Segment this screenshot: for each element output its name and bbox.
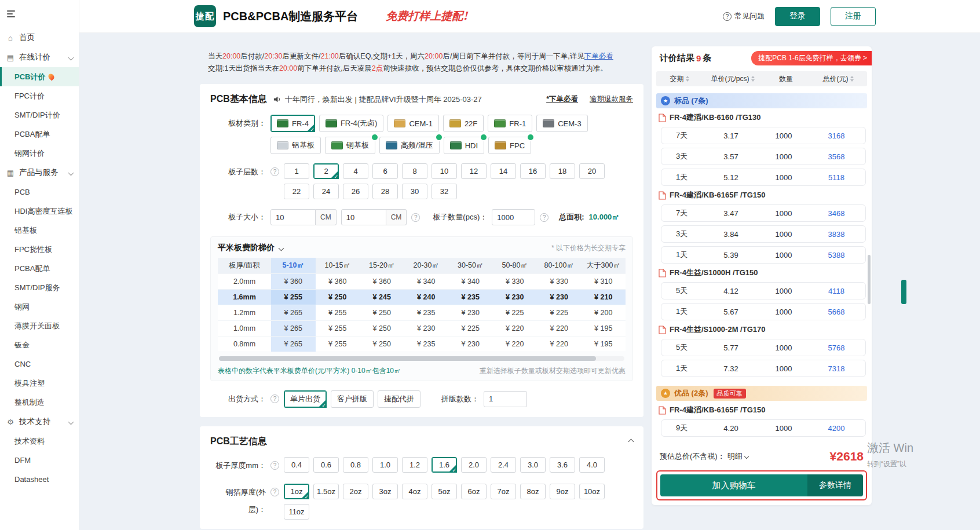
copper-help-icon[interactable]: ? [270,488,279,496]
price-row[interactable]: 9天4.2010004200 [661,419,866,437]
copper-option-1oz[interactable]: 1oz [284,484,309,499]
sidebar-item-钣金[interactable]: 钣金 [0,335,79,354]
price-row[interactable]: 1天5.1210005118 [661,169,866,186]
copper-option-3oz[interactable]: 3oz [372,484,398,499]
results-col-3[interactable]: 总价(元) [809,74,867,84]
layer-option-2[interactable]: 2 [313,163,339,179]
menu-toggle-icon[interactable] [0,0,79,28]
must-read-link[interactable]: *下单必看 [546,94,578,104]
layer-option-12[interactable]: 12 [461,163,487,179]
layer-option-20[interactable]: 20 [579,163,605,179]
sidebar-item-FPC挠性板[interactable]: FPC挠性板 [0,240,79,259]
panel-count-input[interactable] [484,391,527,407]
thickness-option-0.6[interactable]: 0.6 [313,457,339,473]
layer-option-26[interactable]: 26 [343,184,368,199]
order-guide-link[interactable]: 下单必看 [584,52,613,60]
shipping-option-捷配代拼[interactable]: 捷配代拼 [378,390,420,408]
thickness-option-1.6[interactable]: 1.6 [432,457,457,473]
material-option-CEM-1[interactable]: CEM-1 [387,115,438,132]
material-option-HDI[interactable]: HDI [444,137,484,154]
results-col-1[interactable]: 单价(元/pcs) [703,74,763,84]
sidebar-item-钢网计价[interactable]: 钢网计价 [0,144,79,163]
sidebar-item-技术资料[interactable]: 技术资料 [0,432,79,451]
qty-help-icon[interactable]: ? [540,213,548,222]
coupon-promo-banner[interactable]: 捷配PCB 1-6层免费打样，去领券 > [751,51,872,65]
price-row[interactable]: 7天3.1710003168 [661,127,866,144]
copper-option-7oz[interactable]: 7oz [491,484,516,499]
sidebar-item-DFM[interactable]: DFM [0,451,79,470]
layer-option-22[interactable]: 22 [284,184,309,199]
material-option-FR-4(无卤)[interactable]: FR-4(无卤) [319,115,384,132]
copper-option-6oz[interactable]: 6oz [461,484,487,499]
price-row[interactable]: 3天3.5710003568 [661,148,866,165]
thickness-option-1.0[interactable]: 1.0 [372,457,398,473]
material-option-铜基板[interactable]: 铜基板 [325,137,375,154]
layer-option-16[interactable]: 16 [520,163,546,179]
login-button[interactable]: 登录 [775,7,820,26]
sidebar-item-整机制造[interactable]: 整机制造 [0,393,79,412]
thickness-option-2.0[interactable]: 2.0 [461,457,487,473]
thickness-option-3.6[interactable]: 3.6 [550,457,575,473]
price-row[interactable]: 7天3.4710003468 [661,204,866,222]
add-to-cart-button[interactable]: 加入购物车 [660,474,807,496]
param-detail-button[interactable]: 参数详情 [807,474,863,496]
layer-option-6[interactable]: 6 [372,163,398,179]
layer-option-4[interactable]: 4 [343,163,368,179]
jiepei-logo[interactable]: 捷配 [194,5,216,27]
floating-widget-tab[interactable] [901,280,906,304]
sidebar-item-Datasheet[interactable]: Datasheet [0,470,79,489]
detail-toggle[interactable]: 明细 [727,451,748,462]
copper-option-9oz[interactable]: 9oz [550,484,575,499]
copper-option-1.5oz[interactable]: 1.5oz [313,484,339,499]
qty-input[interactable] [492,209,535,225]
layer-option-1[interactable]: 1 [284,163,309,179]
thickness-option-0.8[interactable]: 0.8 [343,457,368,473]
copper-option-2oz[interactable]: 2oz [343,484,368,499]
layer-option-32[interactable]: 32 [432,184,457,199]
thickness-option-0.4[interactable]: 0.4 [284,457,309,473]
announcement-link[interactable]: 十年同行，焕新出发 | 捷配品牌VI升级暨十周年 2025-03-27 [273,94,482,105]
sidebar-item-SMT/DIP服务[interactable]: SMT/DIP服务 [0,278,79,297]
copper-option-11oz[interactable]: 11oz [284,504,309,520]
layer-option-24[interactable]: 24 [313,184,339,199]
material-option-高频/混压[interactable]: 高频/混压 [379,137,440,154]
sidebar-item-HDI高密度互连板[interactable]: HDI高密度互连板 [0,202,79,221]
layer-option-18[interactable]: 18 [550,163,575,179]
layer-option-10[interactable]: 10 [432,163,457,179]
copper-option-10oz[interactable]: 10oz [579,484,605,499]
material-option-CEM-3[interactable]: CEM-3 [536,115,587,132]
sidebar-item-PCBA配单[interactable]: PCBA配单 [0,125,79,144]
register-button[interactable]: 注册 [831,7,876,26]
layer-option-30[interactable]: 30 [402,184,427,199]
shipping-option-单片出货[interactable]: 单片出货 [284,390,327,408]
price-row[interactable]: 5天4.1210004118 [661,282,866,299]
copper-option-4oz[interactable]: 4oz [402,484,427,499]
layer-option-8[interactable]: 8 [402,163,427,179]
sidebar-item-products-services[interactable]: ▦产品与服务 [0,163,79,182]
material-option-FPC[interactable]: FPC [488,137,531,154]
results-vscroll-thumb[interactable] [868,255,871,304]
material-option-FR-1[interactable]: FR-1 [488,115,532,132]
shipping-option-客户拼版[interactable]: 客户拼版 [331,390,374,408]
size-width-input[interactable] [270,209,316,225]
layer-option-28[interactable]: 28 [372,184,398,199]
sidebar-item-PCB计价[interactable]: PCB计价 [0,67,79,86]
layers-help-icon[interactable]: ? [270,167,279,176]
material-option-FR-4[interactable]: FR-4 [270,115,315,132]
results-col-0[interactable]: 交期 [656,74,703,84]
sidebar-item-薄膜开关面板[interactable]: 薄膜开关面板 [0,316,79,335]
process-collapse-icon[interactable] [628,438,634,444]
refund-service-link[interactable]: 逾期退款服务 [590,94,633,104]
sidebar-item-PCB[interactable]: PCB [0,182,79,202]
thickness-option-4.0[interactable]: 4.0 [579,457,605,473]
copper-option-8oz[interactable]: 8oz [520,484,546,499]
thickness-help-icon[interactable]: ? [270,461,279,470]
price-row[interactable]: 5天5.7710005768 [661,339,866,356]
sidebar-item-铝基板[interactable]: 铝基板 [0,221,79,240]
thickness-option-3.0[interactable]: 3.0 [520,457,546,473]
material-option-铝基板[interactable]: 铝基板 [270,137,321,154]
sidebar-item-online-pricing[interactable]: ▤在线计价 [0,47,79,67]
sidebar-item-钢网[interactable]: 钢网 [0,297,79,316]
size-height-input[interactable] [341,209,386,225]
copper-option-5oz[interactable]: 5oz [432,484,457,499]
